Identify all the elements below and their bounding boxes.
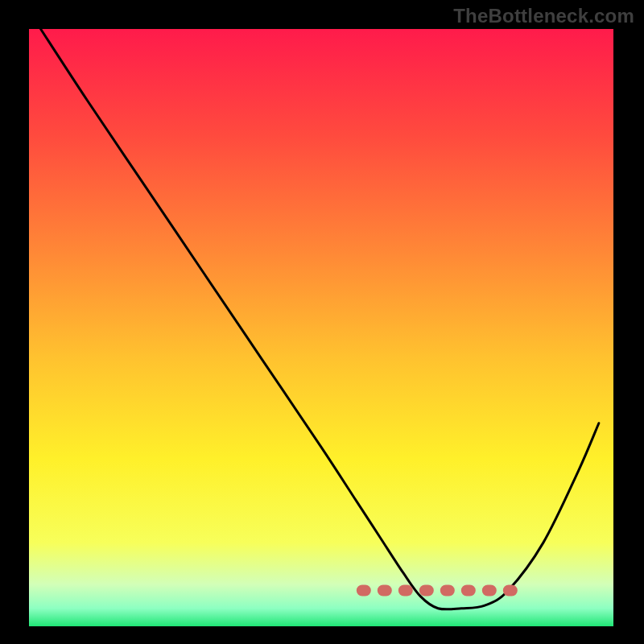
bottleneck-chart (0, 0, 644, 644)
watermark-text: TheBottleneck.com (453, 5, 634, 27)
plot-background (29, 29, 613, 626)
chart-container: TheBottleneck.com (0, 0, 644, 644)
